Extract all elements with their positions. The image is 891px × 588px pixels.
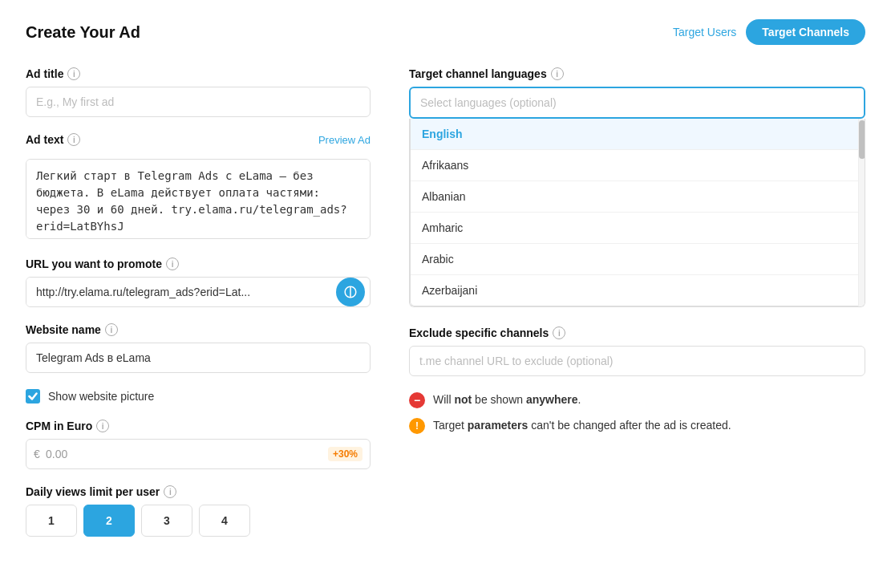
header-nav: Target Users Target Channels <box>673 19 865 45</box>
url-group: URL you want to promote i <box>26 258 371 307</box>
languages-list: English Afrikaans Albanian Amharic Arabi… <box>410 119 865 306</box>
languages-dropdown: English Afrikaans Albanian Amharic Arabi… <box>409 87 865 307</box>
language-option-amharic[interactable]: Amharic <box>411 213 864 244</box>
warning-orange-icon: ! <box>409 418 425 434</box>
warning-not-shown: − Will not be shown anywhere. <box>409 392 865 408</box>
ad-title-label: Ad title i <box>26 67 371 80</box>
language-option-albanian[interactable]: Albanian <box>411 181 864 213</box>
language-option-azerbaijani[interactable]: Azerbaijani <box>411 275 864 306</box>
website-name-group: Website name i <box>26 323 371 373</box>
exclude-channels-info-icon[interactable]: i <box>553 326 565 339</box>
exclude-channels-label: Exclude specific channels i <box>409 326 865 339</box>
exclude-channels-input[interactable] <box>409 346 865 376</box>
exclude-channels-group: Exclude specific channels i <box>409 326 865 376</box>
preview-ad-link[interactable]: Preview Ad <box>318 134 371 146</box>
language-option-arabic[interactable]: Arabic <box>411 244 864 275</box>
limit-btn-2[interactable]: 2 <box>83 505 135 537</box>
views-limit-row: 1 2 3 4 <box>26 505 371 537</box>
cpm-percent-badge: +30% <box>328 447 362 461</box>
ad-text-label-row: Ad text i Preview Ad <box>26 133 371 146</box>
cpm-label: CPM in Euro i <box>26 420 371 432</box>
scrollbar-thumb[interactable] <box>859 120 865 159</box>
languages-label: Target channel languages i <box>409 67 865 80</box>
ad-text-group: Ad text i Preview Ad <box>26 133 371 241</box>
ad-text-label: Ad text i <box>26 133 80 146</box>
show-picture-checkbox[interactable] <box>26 389 40 403</box>
cpm-input-wrapper: € +30% <box>26 439 371 469</box>
warning-params-change: ! Target parameters can't be changed aft… <box>409 418 865 434</box>
ad-title-info-icon[interactable]: i <box>67 67 80 80</box>
page-title: Create Your Ad <box>26 23 140 42</box>
scrollbar-track <box>858 119 865 306</box>
languages-input[interactable] <box>409 87 865 119</box>
warning-params-text: Target parameters can't be changed after… <box>433 418 731 434</box>
cpm-info-icon[interactable]: i <box>96 420 109 432</box>
ad-text-info-icon[interactable]: i <box>67 133 80 146</box>
cpm-input[interactable] <box>26 439 371 469</box>
page-header: Create Your Ad Target Users Target Chann… <box>26 19 865 45</box>
warning-anywhere-bold: anywhere <box>526 393 578 406</box>
url-input[interactable] <box>26 278 336 306</box>
warning-red-icon: − <box>409 392 425 408</box>
ad-text-textarea[interactable] <box>26 159 371 239</box>
url-globe-icon[interactable] <box>336 278 365 306</box>
languages-info-icon[interactable]: i <box>551 67 564 80</box>
show-picture-label[interactable]: Show website picture <box>48 390 154 403</box>
main-content: Ad title i Ad text i Preview Ad URL you … <box>26 67 865 553</box>
website-name-info-icon[interactable]: i <box>105 323 118 336</box>
right-column: Target channel languages i English Afrik… <box>409 67 865 553</box>
languages-dropdown-list: English Afrikaans Albanian Amharic Arabi… <box>409 119 865 307</box>
language-option-afrikaans[interactable]: Afrikaans <box>411 150 864 181</box>
left-column: Ad title i Ad text i Preview Ad URL you … <box>26 67 371 553</box>
website-name-label: Website name i <box>26 323 371 336</box>
warning-not-bold: not <box>454 393 472 406</box>
url-field-wrapper <box>26 277 371 307</box>
daily-views-info-icon[interactable]: i <box>164 485 176 498</box>
limit-btn-1[interactable]: 1 <box>26 505 77 537</box>
url-label: URL you want to promote i <box>26 258 371 270</box>
url-info-icon[interactable]: i <box>166 258 179 270</box>
limit-btn-3[interactable]: 3 <box>141 505 192 537</box>
warning-not-shown-text: Will not be shown anywhere. <box>433 392 581 408</box>
website-name-input[interactable] <box>26 343 371 373</box>
ad-title-input[interactable] <box>26 87 371 117</box>
language-option-english[interactable]: English <box>411 119 864 150</box>
daily-views-group: Daily views limit per user i 1 2 3 4 <box>26 485 371 537</box>
daily-views-label: Daily views limit per user i <box>26 485 371 498</box>
target-channels-button[interactable]: Target Channels <box>746 19 865 45</box>
languages-group: Target channel languages i English Afrik… <box>409 67 865 307</box>
warning-params-bold: parameters <box>468 419 529 432</box>
euro-symbol: € <box>34 448 40 460</box>
target-users-link[interactable]: Target Users <box>673 26 736 39</box>
cpm-group: CPM in Euro i € +30% <box>26 420 371 469</box>
show-picture-row: Show website picture <box>26 389 371 403</box>
limit-btn-4[interactable]: 4 <box>199 505 250 537</box>
warning-section: − Will not be shown anywhere. ! Target p… <box>409 392 865 434</box>
ad-title-group: Ad title i <box>26 67 371 117</box>
